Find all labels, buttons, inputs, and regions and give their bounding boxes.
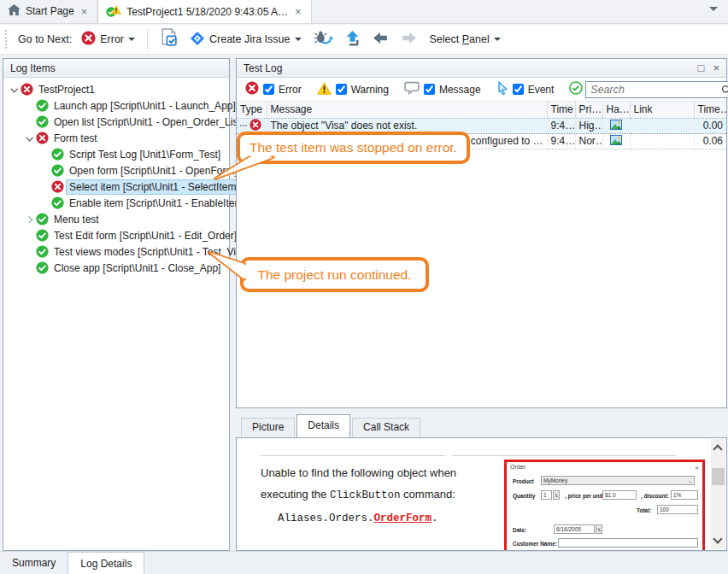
- close-icon[interactable]: ×: [293, 5, 303, 18]
- close-icon[interactable]: ×: [713, 62, 719, 74]
- tab-call-stack[interactable]: Call Stack: [352, 418, 420, 437]
- chevron-down-icon[interactable]: [494, 38, 501, 44]
- tree-item-form-test[interactable]: Form test: [3, 130, 229, 146]
- warning-icon: [317, 82, 332, 97]
- tab-list-dropdown-icon[interactable]: [709, 7, 718, 15]
- jira-icon: [190, 31, 205, 49]
- go-to-parent-button[interactable]: [343, 28, 362, 50]
- toolbar-grip[interactable]: [5, 30, 8, 49]
- scroll-up-icon[interactable]: [713, 444, 722, 454]
- total-field: 100: [657, 505, 698, 514]
- ok-icon: [36, 229, 51, 242]
- result-view-tabs: Summary Log Details: [0, 551, 728, 574]
- home-icon: [8, 4, 21, 18]
- filter-event: Event: [496, 81, 555, 97]
- scroll-down-icon[interactable]: [713, 534, 722, 543]
- search-input[interactable]: [585, 81, 728, 98]
- tab-label: TestProject1 5/18/2020 9:43:05 A…: [126, 6, 288, 18]
- col-message[interactable]: Message: [267, 102, 547, 118]
- callout-tail: [205, 248, 256, 286]
- col-has-picture[interactable]: Ha…: [602, 102, 630, 118]
- error-icon: [36, 132, 51, 144]
- go-to-next-error-button[interactable]: Error: [79, 29, 138, 50]
- message-bubble-icon: [404, 81, 420, 97]
- code-click-button: ClickButton: [330, 489, 401, 501]
- tree-item-launch-app[interactable]: Launch app [Script\Unit1 - Launch_App]: [3, 97, 229, 114]
- orderform-link[interactable]: OrderForm: [374, 512, 432, 524]
- back-button[interactable]: [369, 29, 391, 50]
- col-time[interactable]: Time: [547, 102, 575, 118]
- picture-icon[interactable]: [610, 120, 622, 132]
- details-panel: Unable to find the following object when…: [236, 437, 727, 551]
- col-type[interactable]: Type: [237, 102, 267, 118]
- bug-arrow-icon: [314, 30, 333, 49]
- message-filter-checkbox[interactable]: [424, 84, 435, 95]
- tree-item-enable-item[interactable]: Enable item [Script\Unit1 - EnableItem]: [3, 195, 229, 211]
- filter-message: Message: [404, 81, 481, 97]
- log-table-header: Type Message Time Pri… Ha… Link Time…: [237, 102, 726, 118]
- callout-tail: [209, 155, 286, 184]
- col-link[interactable]: Link: [630, 102, 694, 118]
- tree-item-testproject1[interactable]: TestProject1: [3, 81, 229, 97]
- chevron-down-icon[interactable]: [128, 38, 135, 44]
- time2-cell: 0.06: [694, 133, 726, 149]
- warning-filter-checkbox[interactable]: [336, 84, 347, 95]
- order-form-screenshot: Order × Product MyMoney ⌄ Quantity 1 ⇅ ,…: [504, 460, 705, 550]
- tab-details[interactable]: Details: [296, 414, 350, 437]
- tab-test-project-log[interactable]: TestProject1 5/18/2020 9:43:05 A… ×: [97, 0, 311, 23]
- date-field: 6/16/2005: [554, 524, 595, 534]
- row-indent: [240, 125, 247, 126]
- tree-item-test-edit-form[interactable]: Test Edit form [Script\Unit1 - Edit_Orde…: [3, 227, 229, 243]
- filter-warning: Warning: [317, 82, 389, 97]
- post-issue-button[interactable]: [157, 26, 180, 52]
- picture-icon[interactable]: [610, 136, 622, 148]
- event-filter-checkbox[interactable]: [513, 84, 524, 95]
- discount-field: 1%: [671, 490, 698, 500]
- error-details-text: Unable to find the following object when…: [261, 462, 484, 530]
- tab-start-page[interactable]: Start Page ×: [0, 0, 97, 23]
- error-filter-checkbox[interactable]: [263, 84, 274, 95]
- divider: [261, 455, 445, 456]
- callout-run-continued: The project run continued.: [240, 257, 429, 292]
- jump-to-source-button[interactable]: [311, 28, 336, 50]
- select-panel-button[interactable]: Select Panel: [427, 32, 503, 47]
- cursor-arrow-icon: [496, 81, 508, 97]
- divider: [452, 455, 676, 456]
- tree-item-test-views-modes[interactable]: Test views modes [Script\Unit1 - Test_Vi…: [3, 243, 229, 260]
- tree-item-select-item[interactable]: Select item [Script\Unit1 - SelectItem]: [3, 179, 229, 195]
- filter-error: Error: [245, 81, 302, 97]
- expander-icon[interactable]: [22, 136, 36, 141]
- priority-cell: Nor…: [575, 133, 602, 149]
- back-arrow-icon: [372, 31, 389, 48]
- search-icon: [721, 85, 728, 98]
- tree-item-script-test-log[interactable]: Script Test Log [Unit1\Form_Test]: [3, 146, 229, 162]
- tab-picture[interactable]: Picture: [241, 418, 295, 437]
- log-items-header: Log Items: [3, 59, 229, 78]
- tab-log-details[interactable]: Log Details: [68, 552, 144, 574]
- create-jira-label: Create Jira Issue: [209, 33, 290, 45]
- tab-summary[interactable]: Summary: [0, 552, 68, 574]
- tree-item-close-app[interactable]: Close app [Script\Unit1 - Close_App]: [3, 260, 229, 276]
- col-time2[interactable]: Time…: [694, 102, 726, 118]
- tree-item-menu-test[interactable]: Menu test: [3, 211, 229, 227]
- forward-button[interactable]: [398, 29, 420, 50]
- close-icon[interactable]: ×: [79, 5, 90, 18]
- ok-icon: [36, 213, 51, 226]
- document-tab-bar: Start Page × TestProject1 5/18/2020 9:43…: [0, 0, 728, 24]
- expander-icon[interactable]: [22, 217, 36, 222]
- expander-icon[interactable]: [7, 87, 21, 92]
- tree-item-open-form[interactable]: Open form [Script\Unit1 - OpenForm]: [3, 162, 229, 179]
- filter-label: Warning: [351, 84, 389, 96]
- vertical-scrollbar[interactable]: [711, 439, 725, 549]
- col-priority[interactable]: Pri…: [575, 102, 602, 118]
- test-result-warning-icon: [106, 5, 121, 19]
- scrollbar-thumb[interactable]: [712, 468, 725, 485]
- log-filter-bar: Error Warning Message Event: [237, 78, 726, 102]
- create-jira-issue-button[interactable]: Create Jira Issue: [187, 29, 303, 50]
- maximize-icon[interactable]: □: [698, 62, 705, 74]
- tab-label: Start Page: [26, 5, 74, 17]
- filter-search-icon[interactable]: [569, 81, 583, 97]
- tree-item-open-list[interactable]: Open list [Script\Unit1 - Open_Order_Lis…: [3, 114, 229, 130]
- product-combo: MyMoney: [541, 476, 695, 485]
- chevron-down-icon[interactable]: [295, 38, 302, 44]
